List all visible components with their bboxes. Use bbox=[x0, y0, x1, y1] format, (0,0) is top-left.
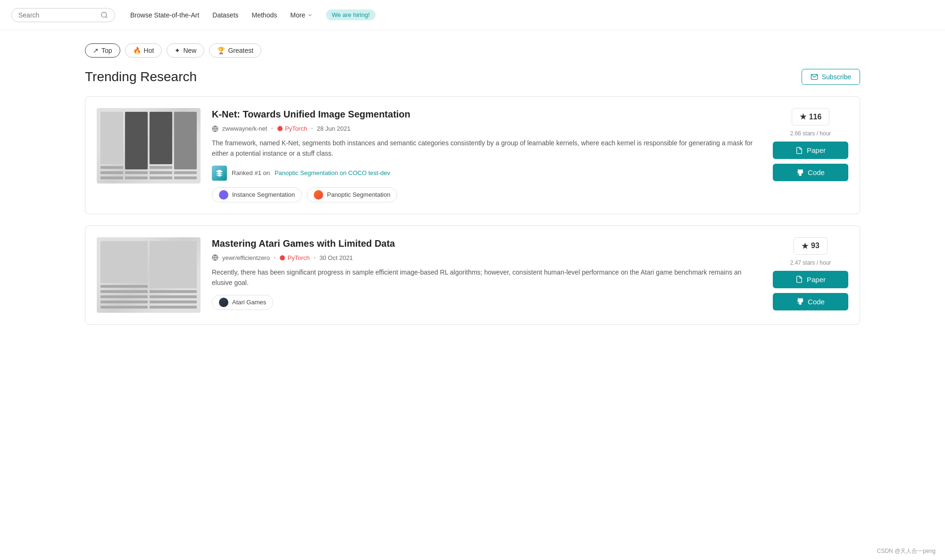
filter-top-label: Top bbox=[101, 47, 112, 54]
subscribe-label: Subscribe bbox=[822, 73, 851, 81]
chevron-down-icon bbox=[307, 12, 313, 18]
nav-browse[interactable]: Browse State-of-the-Art bbox=[130, 11, 199, 19]
filter-section: ↗ Top 🔥 Hot ✦ New 🏆 Greatest bbox=[0, 30, 945, 58]
paper-date-knet: 28 Jun 2021 bbox=[317, 125, 351, 132]
paper-title-knet[interactable]: K-Net: Towards Unified Image Segmentatio… bbox=[212, 108, 761, 120]
nav-methods[interactable]: Methods bbox=[252, 11, 277, 19]
tag-label-instance: Instance Segmentation bbox=[232, 191, 295, 198]
paper-actions-knet: ★ 116 2.66 stars / hour Paper Code bbox=[773, 108, 848, 202]
github-icon bbox=[796, 169, 804, 176]
paper-repo-atari[interactable]: yewr/efficientzero bbox=[222, 254, 270, 261]
paper-actions-atari: ★ 93 2.47 stars / hour Paper Code bbox=[773, 237, 848, 313]
svg-point-5 bbox=[277, 126, 283, 131]
paper-meta-atari: yewr/efficientzero • PyTorch • 30 Oct 20… bbox=[212, 254, 761, 261]
top-icon: ↗ bbox=[93, 47, 99, 54]
filter-hot[interactable]: 🔥 Hot bbox=[125, 43, 162, 58]
nav-more[interactable]: More bbox=[290, 11, 313, 19]
svg-line-1 bbox=[106, 17, 107, 18]
framework-badge-atari: PyTorch bbox=[279, 254, 309, 261]
filter-new-label: New bbox=[183, 47, 196, 54]
paper-meta-knet: zwwwayne/k-net • PyTorch • 28 Jun 2021 bbox=[212, 125, 761, 132]
star-icon-atari: ★ bbox=[802, 242, 808, 251]
tag-avatar bbox=[314, 190, 323, 200]
search-input[interactable] bbox=[18, 11, 97, 19]
pytorch-icon bbox=[277, 125, 283, 132]
star-icon: ★ bbox=[800, 112, 806, 121]
tag-avatar bbox=[219, 190, 228, 200]
page-title: Trending Research bbox=[85, 69, 197, 84]
paper-btn-label-atari: Paper bbox=[807, 276, 826, 284]
filter-greatest[interactable]: 🏆 Greatest bbox=[209, 43, 261, 58]
ranked-row-knet: Ranked #1 on Panoptic Segmentation on CO… bbox=[212, 166, 761, 181]
filter-new[interactable]: ✦ New bbox=[167, 43, 204, 58]
paper-repo-knet[interactable]: zwwwayne/k-net bbox=[222, 125, 267, 132]
subscribe-button[interactable]: Subscribe bbox=[802, 69, 860, 85]
ranked-icon bbox=[212, 166, 227, 181]
document-icon bbox=[795, 147, 803, 154]
paper-button-knet[interactable]: Paper bbox=[773, 142, 848, 159]
tag-atari-games[interactable]: Atari Games bbox=[212, 295, 273, 310]
paper-date-atari: 30 Oct 2021 bbox=[319, 254, 353, 261]
tags-row-knet: Instance Segmentation Panoptic Segmentat… bbox=[212, 187, 761, 202]
repo-icon bbox=[212, 125, 218, 132]
paper-title-atari[interactable]: Mastering Atari Games with Limited Data bbox=[212, 237, 761, 250]
paper-thumbnail-knet bbox=[97, 108, 201, 184]
search-wrapper[interactable] bbox=[11, 8, 115, 22]
stars-rate-atari: 2.47 stars / hour bbox=[790, 259, 831, 266]
ranked-text-knet: Ranked #1 on bbox=[232, 169, 270, 176]
paper-abstract-atari: Recently, there has been significant pro… bbox=[212, 267, 761, 288]
framework-badge-knet: PyTorch bbox=[277, 125, 307, 132]
stars-count-knet: 116 bbox=[809, 113, 822, 121]
filter-hot-label: Hot bbox=[144, 47, 154, 54]
stars-box-atari[interactable]: ★ 93 bbox=[794, 237, 828, 255]
tag-panoptic-seg[interactable]: Panoptic Segmentation bbox=[307, 187, 397, 202]
stars-count-atari: 93 bbox=[811, 242, 820, 250]
document-icon-atari bbox=[795, 276, 803, 283]
header: Browse State-of-the-Art Datasets Methods… bbox=[0, 0, 945, 30]
main-nav: Browse State-of-the-Art Datasets Methods… bbox=[130, 9, 934, 20]
stars-rate-knet: 2.66 stars / hour bbox=[790, 130, 831, 137]
paper-main-atari: Mastering Atari Games with Limited Data … bbox=[212, 237, 761, 313]
tag-avatar-atari bbox=[219, 298, 228, 307]
code-btn-label-atari: Code bbox=[808, 298, 825, 306]
pytorch-icon-atari bbox=[279, 255, 285, 261]
paper-button-atari[interactable]: Paper bbox=[773, 271, 848, 288]
main-content: Trending Research Subscribe bbox=[0, 58, 945, 347]
svg-point-8 bbox=[280, 255, 285, 260]
code-button-atari[interactable]: Code bbox=[773, 293, 848, 310]
new-icon: ✦ bbox=[175, 47, 180, 54]
tag-label-panoptic: Panoptic Segmentation bbox=[327, 191, 390, 198]
trending-header: Trending Research Subscribe bbox=[85, 69, 860, 85]
paper-main-knet: K-Net: Towards Unified Image Segmentatio… bbox=[212, 108, 761, 202]
hiring-badge[interactable]: We are hiring! bbox=[326, 9, 376, 20]
code-btn-label-knet: Code bbox=[808, 168, 825, 176]
paper-card-atari: Mastering Atari Games with Limited Data … bbox=[85, 226, 860, 325]
ranked-link-knet[interactable]: Panoptic Segmentation on COCO test-dev bbox=[275, 169, 390, 176]
tag-instance-seg[interactable]: Instance Segmentation bbox=[212, 187, 302, 202]
tags-row-atari: Atari Games bbox=[212, 295, 761, 310]
paper-card: K-Net: Towards Unified Image Segmentatio… bbox=[85, 96, 860, 214]
greatest-icon: 🏆 bbox=[217, 47, 225, 54]
hot-icon: 🔥 bbox=[133, 47, 141, 54]
code-button-knet[interactable]: Code bbox=[773, 164, 848, 181]
svg-point-0 bbox=[101, 12, 107, 17]
filter-greatest-label: Greatest bbox=[228, 47, 253, 54]
nav-datasets[interactable]: Datasets bbox=[212, 11, 238, 19]
paper-btn-label-knet: Paper bbox=[807, 146, 826, 154]
paper-abstract-knet: The framework, named K-Net, segments bot… bbox=[212, 138, 761, 159]
stars-box-knet[interactable]: ★ 116 bbox=[792, 108, 830, 125]
filter-top[interactable]: ↗ Top bbox=[85, 43, 120, 58]
github-icon-atari bbox=[796, 298, 804, 305]
tag-label-atari: Atari Games bbox=[232, 299, 266, 306]
search-icon bbox=[100, 11, 108, 19]
repo-icon-atari bbox=[212, 254, 218, 261]
email-icon bbox=[811, 73, 818, 81]
paper-thumbnail-atari bbox=[97, 237, 201, 313]
